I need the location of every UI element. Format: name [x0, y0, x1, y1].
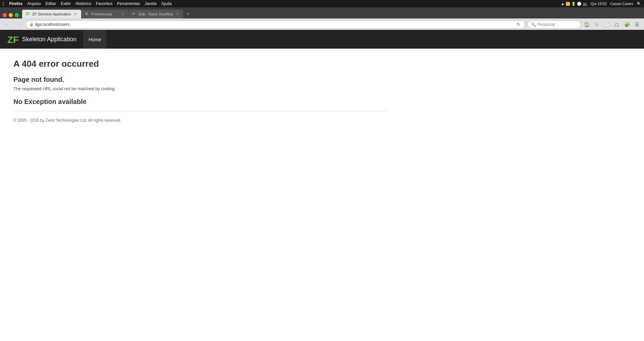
menu-janela[interactable]: Janela: [145, 1, 156, 6]
tab-label-zf: ZF Skeleton Application: [32, 12, 71, 16]
menu-editar[interactable]: Editar: [46, 1, 56, 6]
pocket-button[interactable]: ◻: [612, 20, 621, 29]
tab-favicon-zf: ZF: [25, 12, 30, 16]
extensions-button[interactable]: 🧩: [623, 20, 631, 29]
nav-right-buttons: 🔍 Pesquisar 🏠 ☆ 🕐 ◻ 🧩 ☰: [527, 20, 641, 29]
tab-zf-skeleton[interactable]: ZF ZF Skeleton Application ✕: [22, 10, 81, 18]
tab-close-zf[interactable]: ✕: [73, 12, 78, 16]
clock: Qui 19:52: [591, 2, 607, 6]
browser-chrome: ZF ZF Skeleton Application ✕ ⚙ Preferênc…: [0, 7, 644, 30]
close-button[interactable]: [3, 13, 7, 17]
history-button[interactable]: 🕐: [602, 20, 611, 29]
tab-close-prefs[interactable]: ✕: [120, 12, 125, 16]
menu-ajuda[interactable]: Ajuda: [161, 1, 172, 6]
error-subtitle: Page not found.: [13, 76, 389, 83]
nav-bar: ← → 🔒 liga.localhost/users ↻ 🔍 Pesquisar…: [0, 18, 644, 30]
search-placeholder: Pesquisar: [537, 22, 555, 27]
footer-copyright: © 2005 - 2016 by Zend Technologies Ltd. …: [13, 118, 389, 123]
new-tab-button[interactable]: +: [183, 10, 192, 18]
menu-historico[interactable]: Histórico: [75, 1, 91, 6]
error-title: A 404 error occurred: [13, 59, 389, 69]
tab-favicon-prefs: ⚙: [85, 12, 90, 16]
username: Cassio Castro: [610, 2, 633, 6]
tab-close-so[interactable]: ✕: [175, 12, 180, 16]
search-icon: 🔍: [531, 22, 536, 27]
zf-logo: ZF Skeleton Application: [7, 34, 76, 46]
address-bar[interactable]: 🔒 liga.localhost/users ↻: [25, 20, 525, 29]
home-button[interactable]: 🏠: [582, 20, 591, 29]
tab-stackoverflow[interactable]: ✏ Edit - Stack Overflow ✕: [129, 10, 183, 18]
tab-preferences[interactable]: ⚙ Preferências ✕: [82, 10, 128, 18]
zf-logo-icon: ZF: [7, 34, 19, 46]
macos-menubar-left:  Firefox Arquivo Editar Exibir Históric…: [3, 1, 171, 6]
menu-button[interactable]: ☰: [633, 20, 641, 29]
tab-favicon-so: ✏: [132, 12, 137, 16]
app-nav-menu: Home: [83, 30, 106, 49]
macos-menubar:  Firefox Arquivo Editar Exibir Históric…: [0, 0, 644, 7]
app-navbar: ZF Skeleton Application Home: [0, 30, 644, 49]
error-detail: The requested URL could not be matched b…: [13, 86, 389, 91]
menu-firefox[interactable]: Firefox: [9, 1, 22, 6]
menu-exibir[interactable]: Exibir: [61, 1, 71, 6]
traffic-lights: [3, 13, 19, 17]
logo-text: Skeleton Application: [22, 36, 76, 43]
nav-home[interactable]: Home: [83, 30, 106, 49]
svg-text:ZF: ZF: [7, 35, 19, 45]
menu-favoritos[interactable]: Favoritos: [96, 1, 112, 6]
no-exception-label: No Exception available: [13, 98, 389, 106]
search-icon[interactable]: 🔍: [637, 2, 641, 6]
main-content: A 404 error occurred Page not found. The…: [0, 49, 402, 133]
lock-icon: 🔒: [29, 22, 34, 26]
minimize-button[interactable]: [9, 13, 13, 17]
system-icons: ▲ 📶 🔋 🕐 📺: [561, 2, 587, 6]
back-button[interactable]: ←: [3, 20, 12, 29]
menu-ferramentas[interactable]: Ferramentas: [117, 1, 140, 6]
url-text: liga.localhost/users: [35, 22, 514, 27]
bookmark-button[interactable]: ☆: [592, 20, 601, 29]
search-bar[interactable]: 🔍 Pesquisar: [527, 20, 581, 29]
forward-button[interactable]: →: [14, 20, 23, 29]
tab-label-prefs: Preferências: [92, 12, 118, 16]
tab-label-so: Edit - Stack Overflow: [139, 12, 173, 16]
apple-icon[interactable]: : [3, 1, 4, 6]
reload-button[interactable]: ↻: [515, 22, 522, 27]
macos-menubar-right: ▲ 📶 🔋 🕐 📺 Qui 19:52 Cassio Castro 🔍: [561, 2, 641, 6]
maximize-button[interactable]: [15, 13, 19, 17]
menu-arquivo[interactable]: Arquivo: [27, 1, 41, 6]
content-divider: [13, 111, 389, 111]
